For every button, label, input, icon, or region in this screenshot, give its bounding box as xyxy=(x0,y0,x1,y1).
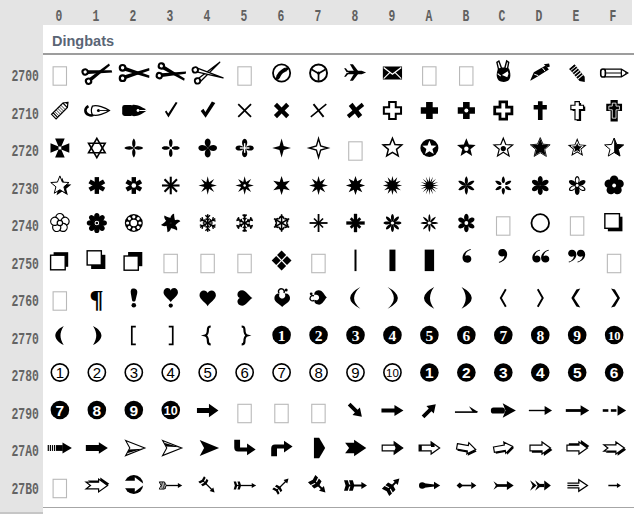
svg-text:2: 2 xyxy=(315,327,323,344)
svg-text:5: 5 xyxy=(204,364,212,381)
svg-text:¶: ¶ xyxy=(90,285,103,314)
svg-text:3: 3 xyxy=(352,327,360,344)
svg-text:1: 1 xyxy=(425,364,434,381)
svg-text:7: 7 xyxy=(499,327,507,344)
svg-text:4: 4 xyxy=(389,327,397,344)
svg-text:8: 8 xyxy=(314,364,322,381)
svg-text:4: 4 xyxy=(167,364,175,381)
svg-text:10: 10 xyxy=(164,404,178,418)
svg-text:10: 10 xyxy=(386,367,399,379)
svg-text:2: 2 xyxy=(93,364,101,381)
svg-text:9: 9 xyxy=(351,364,359,381)
svg-text:6: 6 xyxy=(610,364,619,381)
svg-text:1: 1 xyxy=(278,327,286,344)
svg-text:5: 5 xyxy=(573,364,582,381)
svg-text:3: 3 xyxy=(499,364,508,381)
svg-text:4: 4 xyxy=(536,364,545,381)
svg-text:10: 10 xyxy=(608,329,621,343)
svg-text:5: 5 xyxy=(426,327,434,344)
svg-text:9: 9 xyxy=(573,327,581,344)
svg-text:8: 8 xyxy=(536,327,544,344)
svg-text:7: 7 xyxy=(277,364,285,381)
svg-text:6: 6 xyxy=(462,327,470,344)
svg-text:8: 8 xyxy=(93,402,102,419)
svg-text:1: 1 xyxy=(56,364,64,381)
svg-text:3: 3 xyxy=(130,364,138,381)
svg-text:2: 2 xyxy=(462,364,471,381)
svg-text:6: 6 xyxy=(240,364,248,381)
svg-text:7: 7 xyxy=(56,402,65,419)
svg-text:9: 9 xyxy=(129,402,138,419)
